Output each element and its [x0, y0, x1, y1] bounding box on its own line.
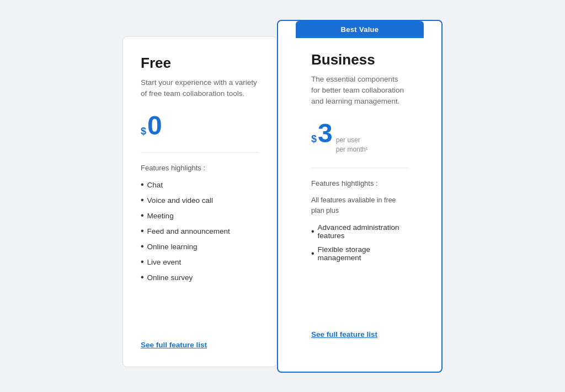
business-price-currency: $: [311, 133, 317, 145]
bullet-icon: •: [141, 226, 144, 236]
list-item: • Feed and announcement: [141, 226, 259, 236]
feature-label: Online survey: [147, 273, 193, 282]
bullet-icon: •: [141, 241, 144, 251]
list-item: • Chat: [141, 180, 259, 190]
business-price-amount: 3: [318, 120, 333, 147]
business-features-title: Features hightlights :: [311, 179, 408, 187]
feature-label: Meeting: [147, 212, 174, 220]
bullet-icon: •: [141, 257, 144, 267]
free-price-row: $ 0: [141, 112, 259, 139]
feature-label: Flexible storage management: [318, 245, 408, 262]
feature-label: Advanced administration features: [318, 223, 408, 240]
free-divider: [141, 152, 259, 153]
list-item: • Online learning: [141, 241, 259, 251]
list-item: • Advanced administration features: [311, 223, 408, 240]
list-item: • Live event: [141, 257, 259, 267]
business-features-subtitle: All features avaliable in free plan plus: [311, 195, 408, 216]
business-card: Best Value Business The essential compon…: [277, 20, 443, 373]
feature-label: Voice and video call: [147, 196, 213, 205]
business-card-inner: Business The essential components for be…: [296, 38, 424, 354]
pricing-container: Free Start your experience with a variet…: [122, 20, 443, 373]
free-features-title: Features highlights :: [141, 164, 259, 172]
best-value-badge: Best Value: [296, 21, 424, 38]
business-plan-name: Business: [311, 51, 408, 68]
business-divider: [311, 168, 408, 168]
list-item: • Flexible storage management: [311, 245, 408, 262]
free-see-feature-link[interactable]: See full feature list: [141, 327, 259, 349]
business-price-period-line2: per month¹: [336, 146, 368, 153]
business-price-period: per user per month¹: [336, 136, 368, 154]
list-item: • Voice and video call: [141, 195, 259, 205]
business-plan-description: The essential components for better team…: [311, 74, 408, 108]
feature-label: Online learning: [147, 243, 198, 251]
bullet-icon: •: [311, 249, 315, 259]
bullet-icon: •: [311, 227, 315, 237]
free-card: Free Start your experience with a variet…: [122, 36, 277, 367]
feature-label: Live event: [147, 258, 182, 266]
business-see-feature-link[interactable]: See full feature list: [311, 317, 408, 339]
business-price-row: $ 3 per user per month¹: [311, 120, 408, 154]
bullet-icon: •: [141, 180, 144, 190]
free-price-currency: $: [141, 126, 146, 137]
business-price-period-line1: per user: [336, 136, 360, 144]
list-item: • Online survey: [141, 272, 259, 282]
free-plan-name: Free: [141, 55, 259, 72]
list-item: • Meeting: [141, 211, 259, 221]
feature-label: Chat: [147, 181, 163, 189]
bullet-icon: •: [141, 211, 144, 221]
free-price-amount: 0: [147, 112, 162, 139]
free-plan-description: Start your experience with a variety of …: [141, 77, 259, 100]
feature-label: Feed and announcement: [147, 227, 230, 235]
bullet-icon: •: [141, 195, 144, 205]
bullet-icon: •: [141, 272, 144, 282]
